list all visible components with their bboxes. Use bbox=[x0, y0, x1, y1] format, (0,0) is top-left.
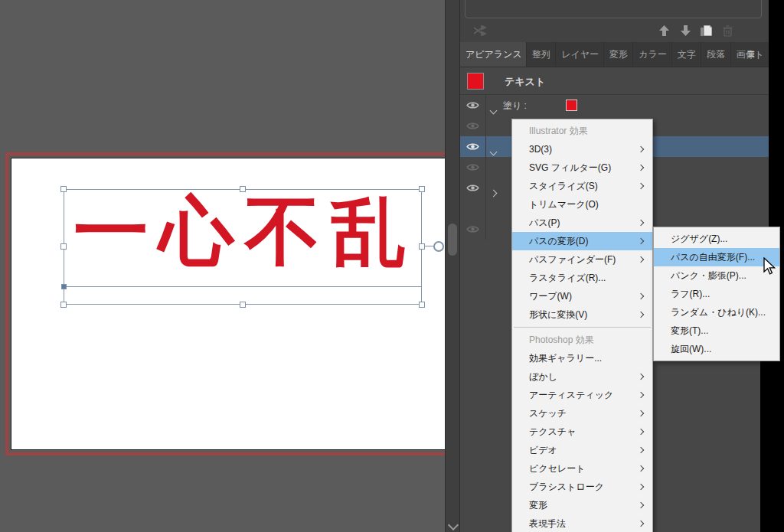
effect-menu-item-19[interactable]: ビデオ bbox=[512, 441, 652, 459]
effect-menu-item-16[interactable]: アーティスティック bbox=[512, 386, 652, 404]
tab-5[interactable]: カラー bbox=[633, 42, 672, 67]
effect-menu-item-13: Photoshop 効果 bbox=[512, 331, 652, 349]
menu-item-label: 変形(T)... bbox=[671, 325, 708, 338]
effect-menu-item-7[interactable]: パスの変形(D) bbox=[512, 232, 652, 250]
submenu-arrow-icon bbox=[638, 429, 644, 435]
menu-item-label: ブラシストローク bbox=[529, 481, 604, 494]
submenu-arrow-icon bbox=[638, 146, 644, 152]
effect-menu-item-6[interactable]: パス(P) bbox=[512, 214, 652, 232]
handle-mid-left[interactable] bbox=[60, 243, 67, 250]
visibility-eye-icon bbox=[460, 198, 486, 219]
chevron-down-icon[interactable] bbox=[491, 144, 496, 158]
submenu-arrow-icon bbox=[638, 165, 644, 171]
chevron-down-icon[interactable] bbox=[491, 103, 496, 116]
effect-menu-item-10[interactable]: ワープ(W) bbox=[512, 287, 652, 305]
tab-6[interactable]: 文字 bbox=[672, 42, 701, 67]
effect-menu-item-11[interactable]: 形状に変換(V) bbox=[512, 305, 652, 324]
visibility-eye-icon-dim[interactable] bbox=[460, 157, 486, 178]
effect-menu-item-17[interactable]: スケッチ bbox=[512, 404, 652, 423]
path-distort-submenu: ジグザグ(Z)...パスの自由変形(F)...パンク・膨張(P)...ラフ(R)… bbox=[653, 227, 780, 361]
submenu-arrow-icon bbox=[638, 220, 644, 226]
row-label: 塗り : bbox=[503, 100, 527, 113]
upper-panel-toolbar bbox=[460, 21, 769, 40]
scrollbar-down-arrow-icon[interactable] bbox=[448, 520, 459, 530]
submenu-arrow-icon bbox=[638, 293, 644, 299]
visibility-eye-icon[interactable] bbox=[460, 178, 486, 198]
swap-arrows-icon bbox=[472, 23, 487, 38]
effect-menu-item-22[interactable]: 変形 bbox=[512, 496, 652, 514]
upper-panel-list-well bbox=[465, 0, 762, 18]
panel-menu-icon[interactable]: ≡ bbox=[747, 47, 755, 60]
visibility-eye-icon-dim[interactable] bbox=[460, 219, 486, 240]
handle-top-right[interactable] bbox=[419, 186, 425, 192]
effect-menu-item-21[interactable]: ブラシストローク bbox=[512, 478, 652, 496]
menu-item-label: 表現手法 bbox=[529, 517, 566, 530]
menu-item-label: ラスタライズ(R)... bbox=[529, 272, 606, 285]
submenu-arrow-icon bbox=[638, 238, 644, 244]
effect-menu-item-15[interactable]: ぼかし bbox=[512, 367, 652, 386]
menu-item-label: パス(P) bbox=[529, 217, 560, 230]
chevron-right-icon[interactable] bbox=[491, 185, 496, 199]
effect-menu-item-8[interactable]: パスファインダー(F) bbox=[512, 250, 652, 269]
new-item-icon[interactable] bbox=[698, 23, 714, 38]
distort-submenu-item-5[interactable]: ランダム・ひねり(K)... bbox=[654, 303, 779, 321]
distort-submenu-item-4[interactable]: ラフ(R)... bbox=[654, 285, 779, 303]
menu-item-label: ラフ(R)... bbox=[671, 288, 710, 301]
menu-item-label: スケッチ bbox=[529, 407, 567, 420]
screen-edge-black-lower bbox=[760, 361, 784, 532]
menu-item-label: スタイライズ(S) bbox=[529, 180, 598, 193]
handle-top-left[interactable] bbox=[60, 186, 67, 192]
menu-item-label: テクスチャ bbox=[529, 426, 576, 439]
effect-menu-item-5[interactable]: トリムマーク(O) bbox=[512, 195, 652, 214]
submenu-arrow-icon bbox=[638, 410, 644, 416]
submenu-arrow-icon bbox=[638, 392, 644, 398]
handle-bottom-center[interactable] bbox=[240, 302, 246, 308]
document-canvas[interactable]: 一心不乱 bbox=[0, 0, 445, 532]
menu-item-label: ランダム・ひねり(K)... bbox=[671, 306, 766, 319]
fill-color-swatch[interactable] bbox=[566, 100, 577, 111]
tab-2[interactable]: 整列 bbox=[527, 42, 556, 67]
effect-menu-item-3[interactable]: SVG フィルター(G) bbox=[512, 158, 652, 177]
tab-4[interactable]: 変形 bbox=[604, 42, 633, 67]
panel-tab-bar: アピアランス整列レイヤー変形カラー文字段落画像ト bbox=[460, 42, 769, 67]
tab-7[interactable]: 段落 bbox=[701, 42, 730, 67]
menu-item-label: 旋回(W)... bbox=[671, 343, 711, 356]
arrow-up-icon[interactable] bbox=[656, 23, 671, 38]
tab-1[interactable]: アピアランス bbox=[460, 42, 527, 67]
target-thumbnail-swatch bbox=[467, 73, 484, 90]
effect-menu-item-14[interactable]: 効果ギャラリー... bbox=[512, 349, 652, 367]
effect-menu-item-4[interactable]: スタイライズ(S) bbox=[512, 177, 652, 195]
arrow-down-icon[interactable] bbox=[678, 23, 693, 38]
selection-bounding-box[interactable] bbox=[64, 189, 422, 305]
visibility-eye-icon[interactable] bbox=[460, 95, 486, 116]
text-out-port-icon[interactable] bbox=[433, 241, 444, 252]
menu-item-label: パスの自由変形(F)... bbox=[671, 251, 755, 264]
effect-menu-item-23[interactable]: 表現手法 bbox=[512, 514, 652, 532]
handle-bottom-right[interactable] bbox=[419, 302, 425, 308]
visibility-eye-icon-dim[interactable] bbox=[460, 116, 486, 136]
baseline-handle[interactable] bbox=[61, 284, 67, 289]
handle-mid-right[interactable] bbox=[419, 243, 425, 250]
distort-submenu-item-2[interactable]: パスの自由変形(F)... bbox=[654, 248, 779, 266]
distort-submenu-item-7[interactable]: 旋回(W)... bbox=[654, 340, 779, 358]
effect-menu-item-9[interactable]: ラスタライズ(R)... bbox=[512, 269, 652, 287]
menu-item-label: パスの変形(D) bbox=[529, 235, 589, 248]
canvas-vertical-scrollbar[interactable] bbox=[445, 0, 459, 532]
handle-top-center[interactable] bbox=[240, 186, 246, 192]
tab-3[interactable]: レイヤー bbox=[556, 42, 604, 67]
distort-submenu-item-1[interactable]: ジグザグ(Z)... bbox=[654, 230, 779, 248]
scrollbar-thumb[interactable] bbox=[448, 224, 457, 256]
text-baseline-line bbox=[64, 286, 422, 287]
visibility-eye-icon[interactable] bbox=[460, 136, 486, 157]
menu-separator bbox=[512, 324, 652, 331]
handle-bottom-left[interactable] bbox=[60, 302, 67, 308]
submenu-arrow-icon bbox=[638, 256, 644, 263]
submenu-arrow-icon bbox=[638, 447, 644, 453]
distort-submenu-item-6[interactable]: 変形(T)... bbox=[654, 321, 779, 340]
effect-menu-item-20[interactable]: ピクセレート bbox=[512, 459, 652, 478]
appearance-row-1[interactable]: 塗り : bbox=[460, 95, 769, 116]
effect-menu-item-18[interactable]: テクスチャ bbox=[512, 423, 652, 441]
distort-submenu-item-3[interactable]: パンク・膨張(P)... bbox=[654, 266, 779, 285]
effect-menu-item-2[interactable]: 3D(3) bbox=[512, 140, 652, 158]
menu-item-label: トリムマーク(O) bbox=[529, 198, 599, 211]
